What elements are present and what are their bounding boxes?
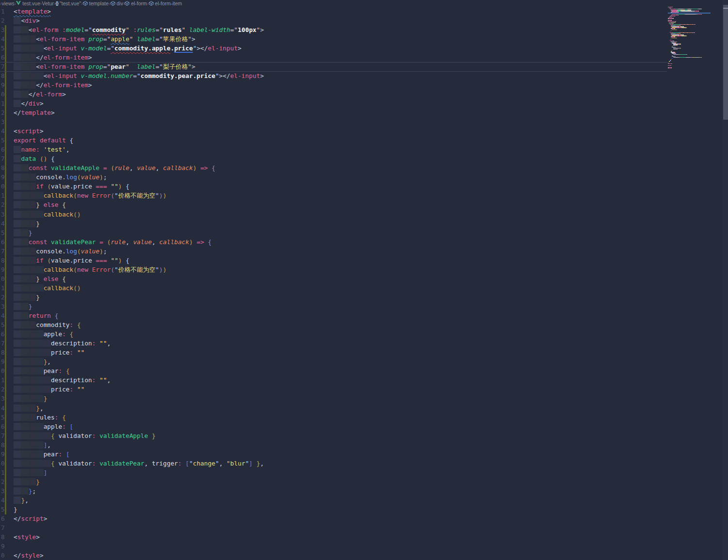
code-line[interactable]: 6 apple: { xyxy=(0,329,667,339)
code-token: () xyxy=(40,155,47,162)
code-line[interactable]: 5 rules: { xyxy=(0,413,667,422)
minimap-token xyxy=(677,49,678,49)
code-line[interactable]: 1 </div> xyxy=(0,99,667,108)
breadcrumb-item-el-form-item[interactable]: el-form-item xyxy=(149,0,182,6)
breadcrumb-item-template[interactable]: template xyxy=(83,0,109,6)
code-line[interactable]: 8 if (value.price === "") { xyxy=(0,256,667,265)
code-line[interactable]: 3 xyxy=(0,117,667,126)
code-line[interactable]: 4 } xyxy=(0,219,667,228)
breadcrumb-item--test-vue-[interactable]: {}"test.vue" xyxy=(56,0,81,6)
scrollbar-thumb[interactable] xyxy=(723,5,728,120)
code-line[interactable]: 5 <el-input v-model="commodity.apple.pri… xyxy=(0,44,667,53)
code-token xyxy=(88,266,92,273)
code-line[interactable]: 3 <el-form :model="commodity" :rules="ru… xyxy=(0,25,667,34)
code-token: ) xyxy=(163,192,167,199)
code-token: : xyxy=(36,146,40,153)
code-line[interactable]: 0 if (value.price === "") { xyxy=(0,182,667,191)
code-line[interactable]: 0</style> xyxy=(0,551,667,560)
code-line[interactable]: 9 </el-form-item> xyxy=(0,80,667,90)
code-line[interactable]: 1 callback(new Error("价格不能为空")) xyxy=(0,191,667,200)
code-line[interactable]: 7 { validator: validateApple } xyxy=(0,431,667,440)
code-line[interactable]: 5export default { xyxy=(0,136,667,145)
breadcrumb-item-div[interactable]: div xyxy=(111,0,123,6)
code-line[interactable]: 7 console.log(value); xyxy=(0,247,667,256)
code-line[interactable]: 6</script> xyxy=(0,514,667,523)
code-text: }; xyxy=(14,486,36,496)
code-line[interactable]: 5 commodity: { xyxy=(0,320,667,329)
line-number: 0 xyxy=(1,551,7,560)
code-line[interactable]: 1 callback() xyxy=(0,283,667,293)
code-line[interactable]: 6 name: 'test', xyxy=(0,145,667,154)
code-token: " xyxy=(215,460,219,467)
code-token: style xyxy=(17,533,36,541)
code-token: description xyxy=(51,340,92,347)
code-line[interactable]: 3 } xyxy=(0,302,667,311)
code-line[interactable]: 2 price: "" xyxy=(0,385,667,394)
code-token: > xyxy=(51,109,55,116)
code-line[interactable]: 6 const validatePear = (rule, value, cal… xyxy=(0,237,667,247)
code-line[interactable]: 2 } xyxy=(0,293,667,302)
code-line[interactable]: 7 data () { xyxy=(0,154,667,163)
code-token: " xyxy=(137,72,141,79)
code-line[interactable]: 2 } else { xyxy=(0,200,667,209)
code-line[interactable]: 6 apple: [ xyxy=(0,422,667,431)
code-token: > xyxy=(40,127,44,135)
breadcrumb-item-vetur[interactable]: Vetur xyxy=(42,0,54,6)
code-line[interactable]: 3 } xyxy=(0,394,667,403)
code-editor[interactable]: 1<template>2 <div>3 <el-form :model="com… xyxy=(0,7,667,560)
code-line[interactable]: 1<template> xyxy=(0,7,667,16)
code-line[interactable]: 4 }, xyxy=(0,404,667,413)
line-number: 8 xyxy=(1,163,7,172)
breadcrumb-item-el-form[interactable]: el-form xyxy=(125,0,147,6)
code-line[interactable]: 0 } else { xyxy=(0,274,667,283)
code-text: if (value.price === "") { xyxy=(14,182,129,191)
code-token xyxy=(14,469,44,476)
code-line[interactable]: 3 callback() xyxy=(0,210,667,219)
code-line[interactable]: 0 { validator: validatePear, trigger: ["… xyxy=(0,459,667,468)
code-line[interactable]: 7 <el-form-item prop="pear" label="梨子价格"… xyxy=(0,62,667,71)
code-line[interactable]: 9 console.log(value); xyxy=(0,172,667,182)
breadcrumb-label: template xyxy=(89,0,109,6)
code-line[interactable]: 9 xyxy=(0,542,667,551)
code-token: > xyxy=(40,552,44,559)
code-line[interactable]: 0 </el-form> xyxy=(0,90,667,99)
line-number: 9 xyxy=(1,265,7,274)
code-line[interactable]: 0 pear: { xyxy=(0,366,667,375)
code-line[interactable]: 8 price: "" xyxy=(0,348,667,357)
breadcrumb-item-test-vue[interactable]: test.vue xyxy=(16,0,40,6)
code-line[interactable]: 4 <el-form-item prop="apple" label="苹果价格… xyxy=(0,34,667,44)
code-line[interactable]: 8 const validateApple = (rule, value, ca… xyxy=(0,163,667,172)
code-token xyxy=(129,26,133,33)
code-line[interactable]: 1 ] xyxy=(0,468,667,477)
code-line[interactable]: 6 </el-form-item> xyxy=(0,53,667,62)
code-line[interactable]: 7 description: "", xyxy=(0,339,667,348)
minimap-token xyxy=(697,14,701,15)
code-line[interactable]: 9 }, xyxy=(0,357,667,366)
code-line[interactable]: 7 xyxy=(0,523,667,532)
minimap-token xyxy=(687,57,690,58)
code-token: , xyxy=(152,238,159,246)
code-line[interactable]: 8 <el-input v-model.number="commodity.pe… xyxy=(0,71,667,80)
code-line[interactable]: 5 } xyxy=(0,228,667,237)
code-line[interactable]: 4 }, xyxy=(0,496,667,505)
breadcrumb-item-views[interactable]: views xyxy=(2,0,15,6)
code-line[interactable]: 2 } xyxy=(0,477,667,486)
code-token xyxy=(14,386,51,393)
line-number: 5 xyxy=(1,505,7,514)
code-token xyxy=(14,17,21,24)
code-line[interactable]: 8 ], xyxy=(0,440,667,450)
code-line[interactable]: 2</template> xyxy=(0,108,667,117)
code-line[interactable]: 9 pear: [ xyxy=(0,450,667,459)
code-token: </ xyxy=(21,100,28,107)
code-line[interactable]: 9 callback(new Error("价格不能为空")) xyxy=(0,265,667,274)
code-token: > xyxy=(44,515,47,522)
code-line[interactable]: 1 description: "", xyxy=(0,375,667,385)
code-line[interactable]: 5} xyxy=(0,505,667,514)
code-line[interactable]: 4<script> xyxy=(0,126,667,136)
minimap[interactable] xyxy=(668,7,722,560)
code-line[interactable]: 3 }; xyxy=(0,486,667,496)
code-line[interactable]: 8<style> xyxy=(0,532,667,542)
code-line[interactable]: 2 <div> xyxy=(0,16,667,25)
code-line[interactable]: 4 return { xyxy=(0,311,667,320)
code-token: > xyxy=(219,72,223,79)
